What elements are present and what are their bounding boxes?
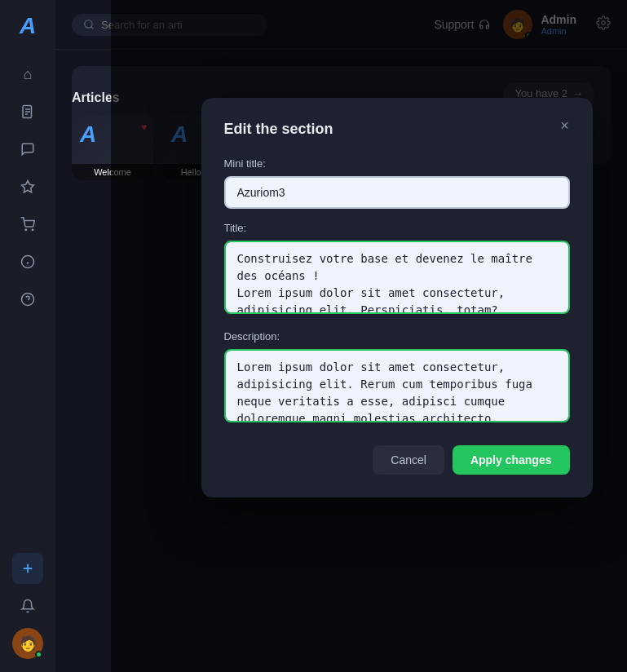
- apply-changes-button[interactable]: Apply changes: [453, 445, 570, 475]
- help-icon[interactable]: [12, 284, 43, 315]
- svg-line-15: [91, 27, 94, 29]
- main-content: Support 🧑 Admin Admin You have 2 →: [55, 0, 627, 672]
- modal-title: Edit the section: [224, 121, 570, 138]
- svg-point-5: [25, 229, 27, 231]
- description-label: Description:: [224, 330, 570, 343]
- modal-overlay: Edit the section × Mini title: Title: Co…: [111, 0, 627, 672]
- cart-icon[interactable]: [12, 209, 43, 240]
- star-icon[interactable]: [12, 171, 43, 202]
- modal-close-button[interactable]: ×: [554, 114, 576, 137]
- info-icon[interactable]: [12, 246, 43, 277]
- svg-point-14: [85, 20, 92, 28]
- mini-title-label: Mini title:: [224, 157, 570, 170]
- sidebar: A ⌂ 🧑: [0, 0, 55, 672]
- svg-marker-4: [22, 181, 34, 192]
- add-icon[interactable]: [12, 553, 43, 584]
- chat-icon[interactable]: [12, 134, 43, 165]
- mini-title-input[interactable]: [224, 176, 570, 209]
- description-textarea[interactable]: Lorem ipsum dolor sit amet consectetur, …: [224, 349, 570, 422]
- app-logo[interactable]: A: [20, 13, 36, 39]
- search-icon: [83, 19, 95, 30]
- modal-actions: Cancel Apply changes: [224, 445, 570, 475]
- edit-section-modal: Edit the section × Mini title: Title: Co…: [201, 98, 593, 497]
- home-icon[interactable]: ⌂: [12, 59, 43, 90]
- title-label: Title:: [224, 222, 570, 234]
- notification-icon[interactable]: [12, 590, 43, 621]
- document-icon[interactable]: [12, 96, 43, 127]
- svg-point-6: [32, 229, 33, 231]
- article-logo-1: A: [80, 122, 96, 148]
- online-indicator: [35, 651, 42, 658]
- title-textarea[interactable]: Construisez votre base et devenez le maî…: [224, 241, 570, 314]
- user-avatar[interactable]: 🧑: [12, 628, 43, 659]
- cancel-button[interactable]: Cancel: [373, 445, 444, 475]
